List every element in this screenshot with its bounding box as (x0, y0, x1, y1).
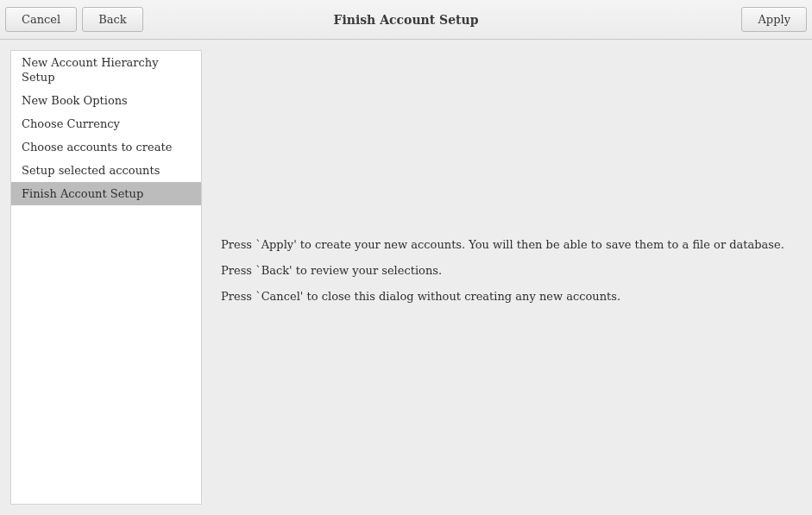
main-pane: Press `Apply' to create your new account… (202, 50, 802, 505)
sidebar-item-setup-accounts[interactable]: Setup selected accounts (11, 159, 201, 182)
sidebar-item-new-account-hierarchy[interactable]: New Account Hierarchy Setup (11, 51, 201, 89)
instruction-apply: Press `Apply' to create your new account… (221, 236, 786, 254)
sidebar-item-new-book-options[interactable]: New Book Options (11, 89, 201, 112)
instruction-cancel: Press `Cancel' to close this dialog with… (221, 288, 786, 305)
body-wrap: New Account Hierarchy Setup New Book Opt… (0, 40, 812, 515)
back-button[interactable]: Back (82, 7, 142, 32)
sidebar-item-choose-currency[interactable]: Choose Currency (11, 112, 201, 135)
wizard-sidebar: New Account Hierarchy Setup New Book Opt… (10, 50, 202, 505)
sidebar-item-choose-accounts[interactable]: Choose accounts to create (11, 135, 201, 159)
content-text: Press `Apply' to create your new account… (221, 236, 786, 314)
header-buttons-left: Cancel Back (5, 7, 143, 32)
header-buttons-right: Apply (741, 7, 807, 32)
apply-button[interactable]: Apply (741, 7, 807, 32)
header-bar: Cancel Back Finish Account Setup Apply (0, 0, 812, 40)
cancel-button[interactable]: Cancel (5, 7, 77, 32)
sidebar-item-finish-setup[interactable]: Finish Account Setup (11, 182, 201, 205)
instruction-back: Press `Back' to review your selections. (221, 262, 786, 279)
